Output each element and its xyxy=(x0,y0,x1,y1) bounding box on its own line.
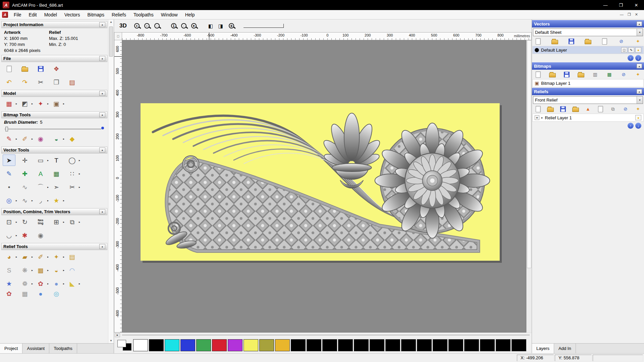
new-sheet-icon[interactable] xyxy=(601,38,609,45)
create-ellipse-icon[interactable]: ◯ xyxy=(66,155,78,166)
colour-swatch[interactable] xyxy=(338,339,353,351)
panel-tab[interactable]: Project xyxy=(0,344,22,353)
move-layer-down-icon[interactable]: ↓ xyxy=(635,123,641,129)
colour-swatch[interactable] xyxy=(370,339,384,351)
import-bitmap-icon[interactable] xyxy=(577,71,585,78)
collapse-reliefs-icon[interactable]: ▲ xyxy=(637,89,642,94)
menu-item[interactable]: Bitmaps xyxy=(84,11,108,19)
colour-swatch[interactable] xyxy=(275,339,290,351)
colour-swatch[interactable] xyxy=(149,339,164,351)
open-relief-icon[interactable] xyxy=(546,105,554,113)
spiral-tool-icon[interactable]: ◉ xyxy=(34,230,47,241)
envelope-relief-icon[interactable]: ● xyxy=(50,278,63,289)
import-vectors-icon[interactable] xyxy=(584,38,592,45)
colour-swatch[interactable] xyxy=(401,339,416,351)
new-bitmap-layer-icon[interactable] xyxy=(534,71,542,78)
layer-row-default-layer[interactable]: Default Layer ◫✎● xyxy=(532,46,644,54)
expander-icon[interactable]: ▸ xyxy=(541,116,543,119)
swept-profile-icon[interactable]: S xyxy=(3,264,15,276)
layer-row-bitmap-layer-1[interactable]: ▣ Bitmap Layer 1 xyxy=(532,79,644,87)
zoom-100-icon[interactable]: 1 xyxy=(169,21,178,31)
collapse-vectors-icon[interactable]: ▲ xyxy=(637,21,642,26)
collapse-bitmaps-icon[interactable]: ▲ xyxy=(637,64,642,68)
save-vectors-icon[interactable] xyxy=(567,38,575,45)
new-relief-layer-icon[interactable] xyxy=(534,105,542,113)
panel-tab[interactable]: Assistant xyxy=(22,344,49,353)
trim-vectors-icon[interactable]: ✂ xyxy=(66,181,78,193)
colour-reduce-icon[interactable]: ▩ xyxy=(605,71,613,78)
colour-swatch[interactable] xyxy=(448,339,463,351)
colour-swatch[interactable] xyxy=(212,339,227,351)
minimize-button[interactable]: — xyxy=(598,0,613,10)
center-in-page-icon[interactable]: ⊡ xyxy=(3,216,15,228)
create-star-icon[interactable]: ★ xyxy=(50,195,63,206)
menu-item[interactable]: Toolpaths xyxy=(130,11,157,19)
colour-swatch[interactable] xyxy=(385,339,400,351)
open-bitmap-icon[interactable] xyxy=(548,71,556,78)
brush-diameter-slider[interactable] xyxy=(5,126,101,131)
create-dot-icon[interactable]: • xyxy=(3,181,15,193)
child-close-icon[interactable]: ✕ xyxy=(635,12,638,17)
menu-item[interactable]: Edit xyxy=(25,11,41,19)
canvas-horizontal-scrollbar[interactable]: ▸ xyxy=(114,333,532,337)
add-relief-layer-icon[interactable]: + xyxy=(535,115,539,120)
layer-colour-chip[interactable] xyxy=(535,48,539,52)
layer-lock-icon[interactable]: ◫ xyxy=(621,47,627,53)
new-vector-layer-icon[interactable] xyxy=(534,38,542,45)
collapse-section-icon[interactable]: ▲ xyxy=(99,209,105,214)
transform-relief-icon[interactable]: ⧉ xyxy=(609,105,617,113)
chevron-down-icon[interactable]: ▼ xyxy=(637,29,643,36)
paste-along-curve-icon[interactable]: ▦ xyxy=(50,168,63,179)
select-vectors-icon[interactable]: ➤ xyxy=(3,155,15,166)
sphere-relief-icon[interactable]: ● xyxy=(34,290,47,297)
load-bitmap-icon[interactable]: ▣ xyxy=(50,98,63,109)
copy-icon[interactable]: ❐ xyxy=(50,76,63,88)
colour-swatch[interactable] xyxy=(259,339,274,351)
colour-swatch[interactable] xyxy=(417,339,432,351)
wrap-text-icon[interactable]: A xyxy=(34,168,47,179)
new-model-icon[interactable] xyxy=(3,63,15,74)
menu-item[interactable]: Help xyxy=(181,11,199,19)
chevron-down-icon[interactable]: ▼ xyxy=(637,97,643,104)
colour-swatch[interactable] xyxy=(322,339,337,351)
colour-palette-icon[interactable]: ◒ xyxy=(50,133,63,144)
scrollbar-thumb[interactable] xyxy=(109,26,113,57)
colour-swatch[interactable] xyxy=(464,339,479,351)
transform-vectors-icon[interactable]: ✛ xyxy=(18,155,31,166)
collapse-section-icon[interactable]: ▲ xyxy=(99,91,105,96)
relief-artwork[interactable] xyxy=(141,103,500,261)
collapse-section-icon[interactable]: ▲ xyxy=(99,56,105,61)
create-text-icon[interactable]: T xyxy=(50,155,63,166)
ruler-origin[interactable]: ◻ xyxy=(114,32,122,40)
create-rectangle-icon[interactable]: ▭ xyxy=(34,155,47,166)
bucket-fill-icon[interactable]: ◆ xyxy=(66,133,78,144)
undo-icon[interactable]: ↶ xyxy=(3,76,15,88)
nesting-icon[interactable]: Nes ting xyxy=(34,216,47,228)
scroll-right-icon[interactable]: ▸ xyxy=(115,333,120,337)
delete-relief-layer-icon[interactable]: ⊘ xyxy=(622,105,630,113)
primary-colour-swatch[interactable] xyxy=(117,340,126,347)
delete-vector-layer-icon[interactable]: ⊘ xyxy=(617,38,625,45)
slider-thumb[interactable] xyxy=(5,127,8,131)
next-view-icon[interactable]: ◨ xyxy=(216,21,225,31)
colour-swatch[interactable] xyxy=(307,339,321,351)
menu-item[interactable]: Reliefs xyxy=(108,11,130,19)
colour-swatch[interactable] xyxy=(480,339,495,351)
colour-swatch[interactable] xyxy=(228,339,243,351)
collapse-section-icon[interactable]: ▲ xyxy=(99,147,105,153)
collapse-section-icon[interactable]: ▲ xyxy=(99,22,105,27)
add-clipart-icon[interactable]: ✦ xyxy=(50,251,63,262)
scrollbar-track[interactable] xyxy=(108,24,114,338)
create-spline-icon[interactable]: ⌒ xyxy=(34,181,47,193)
scroll-down-icon[interactable]: ▼ xyxy=(110,338,112,343)
add-relief-layer-icon[interactable]: ✦ xyxy=(34,98,47,109)
zoom-tool-icon[interactable]: ✛ xyxy=(227,21,236,31)
sheet-selector[interactable]: Default Sheet ▼ xyxy=(533,28,643,36)
scrollbar-thumb[interactable] xyxy=(527,40,531,268)
relief-selector[interactable]: Front Relief ▼ xyxy=(533,96,643,104)
menu-item[interactable]: Window xyxy=(157,11,181,19)
menu-item[interactable]: Vectors xyxy=(61,11,84,19)
mirror-vectors-icon[interactable]: ∿ xyxy=(18,181,31,193)
model-wizard-icon[interactable]: ❖ xyxy=(50,63,63,74)
set-model-size-icon[interactable]: ▦ xyxy=(3,98,15,109)
